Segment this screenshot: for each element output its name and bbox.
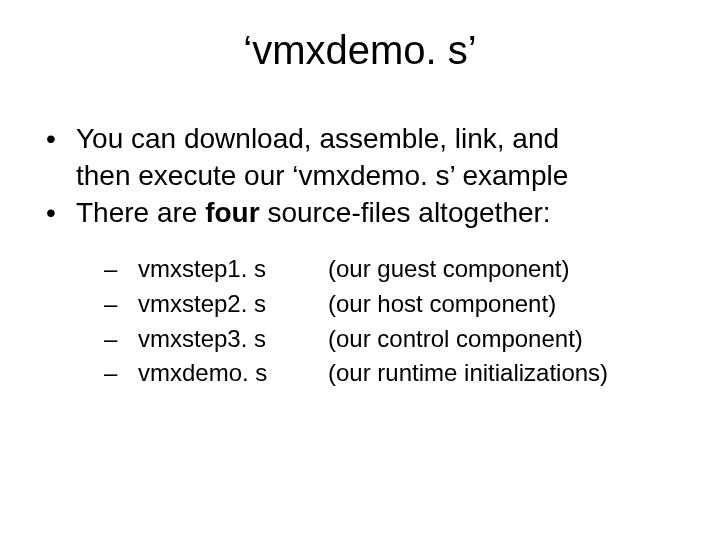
file-name: vmxstep2. s: [138, 287, 328, 322]
file-name: vmxdemo. s: [138, 356, 328, 391]
file-desc: (our control component): [328, 322, 680, 357]
bullet-icon: •: [46, 195, 76, 230]
slide: ‘vmxdemo. s’ • You can download, assembl…: [0, 0, 720, 540]
file-name: vmxstep3. s: [138, 322, 328, 357]
list-item: – vmxdemo. s (our runtime initialization…: [104, 356, 680, 391]
dash-icon: –: [104, 356, 138, 391]
dash-icon: –: [104, 252, 138, 287]
list-item: – vmxstep2. s (our host component): [104, 287, 680, 322]
bullet-item-cont: then execute our ‘vmxdemo. s’ example: [46, 158, 680, 193]
bullet-text-bold: four: [205, 197, 259, 228]
bullet-text: then execute our ‘vmxdemo. s’ example: [76, 158, 568, 193]
bullet-text: You can download, assemble, link, and: [76, 121, 559, 156]
bullet-text: There are four source-files altogether:: [76, 195, 551, 230]
bullet-text-part: source-files altogether:: [260, 197, 551, 228]
bullet-item: • There are four source-files altogether…: [46, 195, 680, 230]
bullet-text-part: There are: [76, 197, 205, 228]
dash-icon: –: [104, 322, 138, 357]
slide-title: ‘vmxdemo. s’: [40, 28, 680, 73]
bullet-item: • You can download, assemble, link, and: [46, 121, 680, 156]
file-name: vmxstep1. s: [138, 252, 328, 287]
bullet-list: • You can download, assemble, link, and …: [46, 121, 680, 391]
dash-icon: –: [104, 287, 138, 322]
file-desc: (our guest component): [328, 252, 680, 287]
file-desc: (our host component): [328, 287, 680, 322]
sub-list: – vmxstep1. s (our guest component) – vm…: [104, 252, 680, 391]
bullet-spacer: [46, 158, 76, 193]
file-desc: (our runtime initializations): [328, 356, 680, 391]
list-item: – vmxstep1. s (our guest component): [104, 252, 680, 287]
list-item: – vmxstep3. s (our control component): [104, 322, 680, 357]
bullet-icon: •: [46, 121, 76, 156]
